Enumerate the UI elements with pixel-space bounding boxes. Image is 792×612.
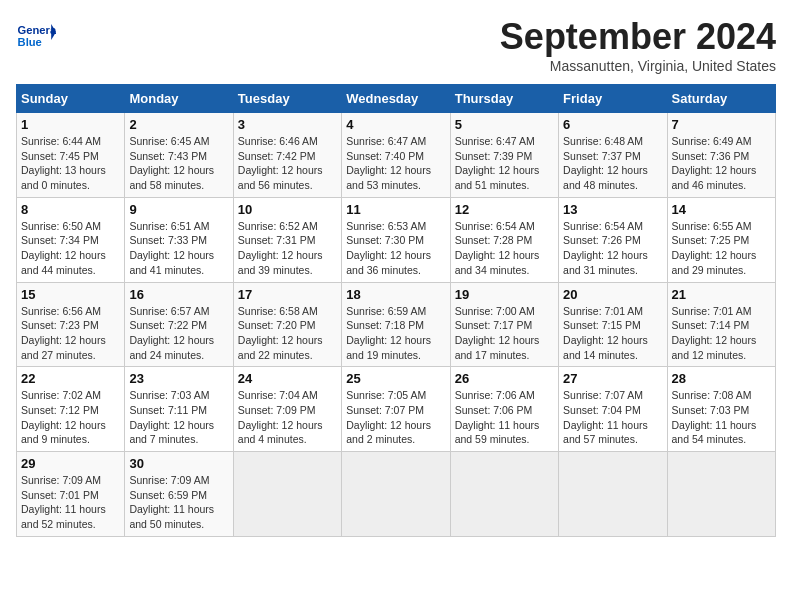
calendar-week: 29Sunrise: 7:09 AMSunset: 7:01 PMDayligh… — [17, 452, 776, 537]
day-number: 4 — [346, 117, 445, 132]
calendar-cell: 10Sunrise: 6:52 AMSunset: 7:31 PMDayligh… — [233, 197, 341, 282]
page-header: General Blue September 2024 Massanutten,… — [16, 16, 776, 74]
calendar-cell: 5Sunrise: 6:47 AMSunset: 7:39 PMDaylight… — [450, 113, 558, 198]
calendar-cell: 25Sunrise: 7:05 AMSunset: 7:07 PMDayligh… — [342, 367, 450, 452]
day-info: Sunrise: 7:09 AMSunset: 7:01 PMDaylight:… — [21, 473, 120, 532]
day-info: Sunrise: 6:47 AMSunset: 7:40 PMDaylight:… — [346, 134, 445, 193]
day-info: Sunrise: 6:47 AMSunset: 7:39 PMDaylight:… — [455, 134, 554, 193]
calendar-cell: 26Sunrise: 7:06 AMSunset: 7:06 PMDayligh… — [450, 367, 558, 452]
calendar-cell: 24Sunrise: 7:04 AMSunset: 7:09 PMDayligh… — [233, 367, 341, 452]
day-number: 2 — [129, 117, 228, 132]
calendar-week: 22Sunrise: 7:02 AMSunset: 7:12 PMDayligh… — [17, 367, 776, 452]
day-info: Sunrise: 6:46 AMSunset: 7:42 PMDaylight:… — [238, 134, 337, 193]
calendar-cell: 2Sunrise: 6:45 AMSunset: 7:43 PMDaylight… — [125, 113, 233, 198]
weekday-header: Tuesday — [233, 85, 341, 113]
calendar-week: 8Sunrise: 6:50 AMSunset: 7:34 PMDaylight… — [17, 197, 776, 282]
day-info: Sunrise: 7:03 AMSunset: 7:11 PMDaylight:… — [129, 388, 228, 447]
calendar-cell: 29Sunrise: 7:09 AMSunset: 7:01 PMDayligh… — [17, 452, 125, 537]
weekday-header: Sunday — [17, 85, 125, 113]
weekday-header: Friday — [559, 85, 667, 113]
calendar-cell: 3Sunrise: 6:46 AMSunset: 7:42 PMDaylight… — [233, 113, 341, 198]
day-number: 15 — [21, 287, 120, 302]
calendar-cell: 13Sunrise: 6:54 AMSunset: 7:26 PMDayligh… — [559, 197, 667, 282]
day-info: Sunrise: 7:04 AMSunset: 7:09 PMDaylight:… — [238, 388, 337, 447]
day-info: Sunrise: 6:51 AMSunset: 7:33 PMDaylight:… — [129, 219, 228, 278]
day-number: 7 — [672, 117, 771, 132]
day-info: Sunrise: 6:54 AMSunset: 7:28 PMDaylight:… — [455, 219, 554, 278]
day-info: Sunrise: 6:55 AMSunset: 7:25 PMDaylight:… — [672, 219, 771, 278]
day-number: 27 — [563, 371, 662, 386]
day-info: Sunrise: 6:48 AMSunset: 7:37 PMDaylight:… — [563, 134, 662, 193]
weekday-header: Wednesday — [342, 85, 450, 113]
calendar-cell: 19Sunrise: 7:00 AMSunset: 7:17 PMDayligh… — [450, 282, 558, 367]
calendar-week: 1Sunrise: 6:44 AMSunset: 7:45 PMDaylight… — [17, 113, 776, 198]
calendar-cell: 23Sunrise: 7:03 AMSunset: 7:11 PMDayligh… — [125, 367, 233, 452]
svg-text:General: General — [18, 24, 56, 36]
calendar-week: 15Sunrise: 6:56 AMSunset: 7:23 PMDayligh… — [17, 282, 776, 367]
day-number: 12 — [455, 202, 554, 217]
calendar-cell: 17Sunrise: 6:58 AMSunset: 7:20 PMDayligh… — [233, 282, 341, 367]
day-number: 22 — [21, 371, 120, 386]
day-info: Sunrise: 6:59 AMSunset: 7:18 PMDaylight:… — [346, 304, 445, 363]
logo: General Blue — [16, 16, 60, 56]
day-number: 30 — [129, 456, 228, 471]
day-info: Sunrise: 7:06 AMSunset: 7:06 PMDaylight:… — [455, 388, 554, 447]
calendar-cell: 8Sunrise: 6:50 AMSunset: 7:34 PMDaylight… — [17, 197, 125, 282]
calendar-cell: 16Sunrise: 6:57 AMSunset: 7:22 PMDayligh… — [125, 282, 233, 367]
day-number: 16 — [129, 287, 228, 302]
location-title: Massanutten, Virginia, United States — [500, 58, 776, 74]
calendar-cell: 22Sunrise: 7:02 AMSunset: 7:12 PMDayligh… — [17, 367, 125, 452]
calendar-cell: 27Sunrise: 7:07 AMSunset: 7:04 PMDayligh… — [559, 367, 667, 452]
day-number: 13 — [563, 202, 662, 217]
day-info: Sunrise: 6:54 AMSunset: 7:26 PMDaylight:… — [563, 219, 662, 278]
day-info: Sunrise: 6:53 AMSunset: 7:30 PMDaylight:… — [346, 219, 445, 278]
day-number: 25 — [346, 371, 445, 386]
day-number: 28 — [672, 371, 771, 386]
day-number: 3 — [238, 117, 337, 132]
day-number: 23 — [129, 371, 228, 386]
svg-text:Blue: Blue — [18, 36, 42, 48]
day-number: 26 — [455, 371, 554, 386]
weekday-header: Monday — [125, 85, 233, 113]
day-number: 19 — [455, 287, 554, 302]
day-info: Sunrise: 7:05 AMSunset: 7:07 PMDaylight:… — [346, 388, 445, 447]
weekday-header: Thursday — [450, 85, 558, 113]
day-info: Sunrise: 6:58 AMSunset: 7:20 PMDaylight:… — [238, 304, 337, 363]
day-info: Sunrise: 6:49 AMSunset: 7:36 PMDaylight:… — [672, 134, 771, 193]
calendar-cell: 21Sunrise: 7:01 AMSunset: 7:14 PMDayligh… — [667, 282, 775, 367]
month-title: September 2024 — [500, 16, 776, 58]
day-info: Sunrise: 6:45 AMSunset: 7:43 PMDaylight:… — [129, 134, 228, 193]
calendar-cell: 4Sunrise: 6:47 AMSunset: 7:40 PMDaylight… — [342, 113, 450, 198]
calendar-cell — [233, 452, 341, 537]
calendar-cell: 28Sunrise: 7:08 AMSunset: 7:03 PMDayligh… — [667, 367, 775, 452]
day-number: 14 — [672, 202, 771, 217]
day-number: 1 — [21, 117, 120, 132]
calendar-cell: 11Sunrise: 6:53 AMSunset: 7:30 PMDayligh… — [342, 197, 450, 282]
day-info: Sunrise: 6:50 AMSunset: 7:34 PMDaylight:… — [21, 219, 120, 278]
calendar-header: SundayMondayTuesdayWednesdayThursdayFrid… — [17, 85, 776, 113]
day-info: Sunrise: 7:02 AMSunset: 7:12 PMDaylight:… — [21, 388, 120, 447]
day-info: Sunrise: 7:09 AMSunset: 6:59 PMDaylight:… — [129, 473, 228, 532]
calendar-cell — [342, 452, 450, 537]
calendar-cell: 1Sunrise: 6:44 AMSunset: 7:45 PMDaylight… — [17, 113, 125, 198]
day-number: 29 — [21, 456, 120, 471]
day-info: Sunrise: 7:08 AMSunset: 7:03 PMDaylight:… — [672, 388, 771, 447]
day-info: Sunrise: 6:57 AMSunset: 7:22 PMDaylight:… — [129, 304, 228, 363]
calendar-cell — [559, 452, 667, 537]
calendar-cell: 14Sunrise: 6:55 AMSunset: 7:25 PMDayligh… — [667, 197, 775, 282]
weekday-header: Saturday — [667, 85, 775, 113]
day-number: 10 — [238, 202, 337, 217]
day-number: 8 — [21, 202, 120, 217]
day-number: 21 — [672, 287, 771, 302]
day-info: Sunrise: 6:56 AMSunset: 7:23 PMDaylight:… — [21, 304, 120, 363]
calendar-cell: 18Sunrise: 6:59 AMSunset: 7:18 PMDayligh… — [342, 282, 450, 367]
day-info: Sunrise: 6:52 AMSunset: 7:31 PMDaylight:… — [238, 219, 337, 278]
calendar-cell: 20Sunrise: 7:01 AMSunset: 7:15 PMDayligh… — [559, 282, 667, 367]
day-number: 6 — [563, 117, 662, 132]
calendar-cell — [450, 452, 558, 537]
day-number: 24 — [238, 371, 337, 386]
day-number: 18 — [346, 287, 445, 302]
calendar-cell — [667, 452, 775, 537]
day-info: Sunrise: 7:07 AMSunset: 7:04 PMDaylight:… — [563, 388, 662, 447]
calendar-cell: 9Sunrise: 6:51 AMSunset: 7:33 PMDaylight… — [125, 197, 233, 282]
